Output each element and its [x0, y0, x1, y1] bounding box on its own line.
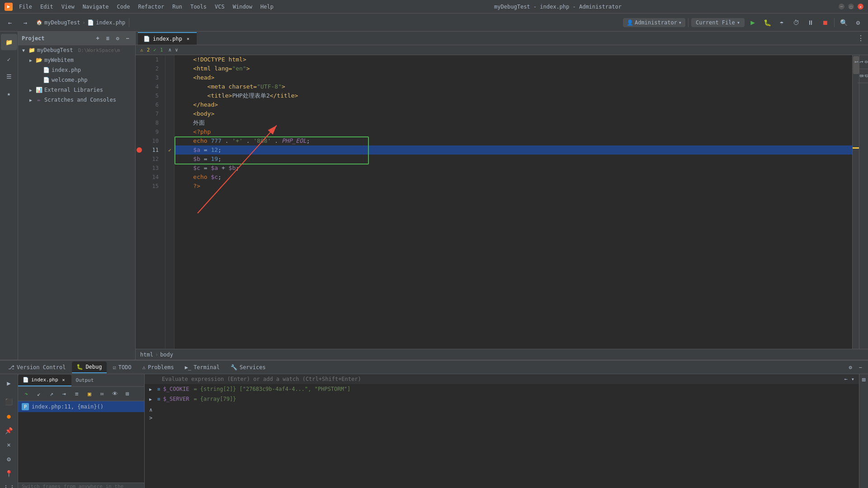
menu-run[interactable]: Run: [169, 3, 186, 11]
watches-button[interactable]: 👁: [109, 389, 120, 399]
menu-code[interactable]: Code: [113, 3, 134, 11]
step-over-button[interactable]: ↷: [21, 389, 32, 399]
memory-button[interactable]: ⊞: [122, 389, 133, 399]
new-item-button[interactable]: +: [94, 34, 102, 42]
back-button[interactable]: ←: [4, 16, 16, 29]
bottom-tab-problems[interactable]: ⚠ Problems: [138, 361, 179, 373]
code-line-11[interactable]: $a = 12;: [175, 145, 852, 155]
debug-tab-output[interactable]: Output: [71, 375, 99, 386]
code-line-7[interactable]: <body>: [175, 109, 852, 118]
breadcrumb-html[interactable]: html: [140, 352, 153, 358]
var-cookie[interactable]: ▶ ≡ $_COOKIE = {string[2]} ["27683c9b-4a…: [145, 384, 859, 394]
pin-button[interactable]: 📌: [2, 424, 16, 437]
mute-button[interactable]: ✕: [2, 438, 16, 451]
bottom-tab-terminal[interactable]: ▶_ Terminal: [180, 361, 224, 373]
close-button[interactable]: ✕: [858, 4, 863, 9]
settings-button[interactable]: ⚙: [852, 16, 864, 29]
code-line-13[interactable]: $c = $a + $b;: [175, 164, 852, 173]
gutter-1[interactable]: [136, 55, 143, 64]
maximize-button[interactable]: □: [848, 4, 854, 9]
gutter-4[interactable]: [136, 82, 143, 91]
expression-input-row[interactable]: ← ▾: [145, 374, 859, 384]
tree-scratches[interactable]: ▶ ✏ Scratches and Consoles: [18, 95, 135, 105]
code-line-10[interactable]: echo 777 . '+' . '888' . PHP_EOL;: [175, 136, 852, 145]
bottom-tab-todo[interactable]: ☑ TODO: [108, 361, 136, 373]
gutter-12[interactable]: [136, 155, 143, 164]
close-switch-frames[interactable]: ✕: [137, 486, 141, 488]
code-line-12[interactable]: $b = 19;: [175, 155, 852, 164]
menu-vcs[interactable]: VCS: [211, 3, 228, 11]
run-to-cursor-button[interactable]: ⇥: [59, 389, 70, 399]
coverage-button[interactable]: ☂: [775, 16, 788, 29]
rerun-button[interactable]: ●: [2, 409, 16, 423]
sidebar-bookmark-icon[interactable]: ★: [1, 85, 17, 102]
vcs-button[interactable]: 👤 Administrator ▾: [623, 18, 685, 27]
add-watch-right-icon[interactable]: ▾: [851, 376, 854, 382]
debug-tab-close[interactable]: ✕: [61, 377, 67, 383]
menu-refactor[interactable]: Refactor: [134, 3, 168, 11]
gutter-14[interactable]: [136, 173, 143, 182]
search-button[interactable]: 🔍: [837, 16, 850, 29]
code-line-6[interactable]: </head>: [175, 100, 852, 109]
more-button[interactable]: ⋮⋮: [2, 481, 16, 488]
menu-tools[interactable]: Tools: [187, 3, 210, 11]
profiler-button[interactable]: ⏱: [790, 16, 802, 29]
menu-help[interactable]: Help: [257, 3, 277, 11]
gutter-6[interactable]: [136, 100, 143, 109]
menu-file[interactable]: File: [15, 3, 36, 11]
stop-debug-button[interactable]: ⬛: [2, 395, 16, 409]
nav-down[interactable]: ∨: [175, 47, 178, 53]
notifications-tab[interactable]: Noti: [853, 55, 868, 69]
stop-button[interactable]: ⏹: [819, 16, 831, 29]
code-area[interactable]: <!DOCTYPE html> <html lang="en"> <head> …: [175, 55, 852, 349]
gutter-5[interactable]: [136, 91, 143, 100]
debug-tab-index-php[interactable]: 📄 index.php ✕: [18, 375, 71, 386]
editor-scrollbar[interactable]: [852, 55, 859, 349]
sidebar-commit-icon[interactable]: ✓: [1, 51, 17, 67]
evaluate-expression-button[interactable]: ≡: [71, 389, 82, 399]
frame-item-main[interactable]: P index.php:11, {main}(): [18, 401, 144, 412]
tree-index-php[interactable]: ▶ 📄 index.php: [18, 65, 135, 75]
menu-view[interactable]: View: [58, 3, 78, 11]
gutter-2[interactable]: [136, 64, 143, 73]
step-into-button[interactable]: ↙: [33, 389, 44, 399]
nav-up[interactable]: ∧: [169, 47, 172, 53]
frames-button[interactable]: ▣: [84, 389, 95, 399]
code-line-4[interactable]: <meta charset="UTF-8">: [175, 82, 852, 91]
sidebar-structure-icon[interactable]: ☰: [1, 68, 17, 84]
tab-close-button[interactable]: ✕: [185, 36, 191, 42]
gutter-15[interactable]: [136, 182, 143, 191]
settings-debug-button[interactable]: ⚙: [2, 452, 16, 466]
code-line-2[interactable]: <html lang="en">: [175, 64, 852, 73]
var-server[interactable]: ▶ ≡ $_SERVER = {array[79]}: [145, 394, 859, 404]
code-line-3[interactable]: <head>: [175, 73, 852, 82]
code-line-9[interactable]: <?php: [175, 127, 852, 136]
expand-panel-button[interactable]: ⊞: [862, 376, 865, 383]
tab-more-button[interactable]: ⋮: [854, 34, 868, 42]
tree-root-item[interactable]: ▼ 📁 myDebugTest D:\WorkSpace\m: [18, 45, 135, 55]
code-line-14[interactable]: echo $c;: [175, 173, 852, 182]
tree-welcome-php[interactable]: ▶ 📄 welcome.php: [18, 75, 135, 85]
bottom-tab-services[interactable]: 🔧 Services: [226, 361, 270, 373]
forward-button[interactable]: →: [19, 16, 32, 29]
resume-button[interactable]: ▶: [2, 376, 16, 390]
up-arrow-icon[interactable]: ∧: [149, 407, 152, 413]
variables-button[interactable]: ≔: [97, 389, 108, 399]
step-over-toolbar-button[interactable]: ⏸: [804, 16, 817, 29]
code-line-5[interactable]: <title>PHP处理表单2</title>: [175, 91, 852, 100]
add-watch-left-icon[interactable]: ←: [844, 376, 848, 382]
pin2-button[interactable]: 📍: [2, 467, 16, 480]
step-out-button[interactable]: ↗: [46, 389, 57, 399]
bottom-settings-button[interactable]: ⚙: [846, 363, 854, 371]
code-line-1[interactable]: <!DOCTYPE html>: [175, 55, 852, 64]
menu-navigate[interactable]: Navigate: [79, 3, 113, 11]
expression-input[interactable]: [162, 376, 841, 382]
tree-external-libs[interactable]: ▶ 📊 External Libraries: [18, 85, 135, 95]
menu-edit[interactable]: Edit: [37, 3, 57, 11]
breadcrumb-body[interactable]: body: [160, 352, 173, 358]
gutter-11-bp[interactable]: [136, 145, 143, 155]
gutter-10[interactable]: [136, 136, 143, 145]
debug-button[interactable]: 🐛: [761, 16, 774, 29]
run-configuration-selector[interactable]: Current File ▾: [691, 18, 745, 27]
sidebar-project-icon[interactable]: 📁: [1, 34, 17, 50]
